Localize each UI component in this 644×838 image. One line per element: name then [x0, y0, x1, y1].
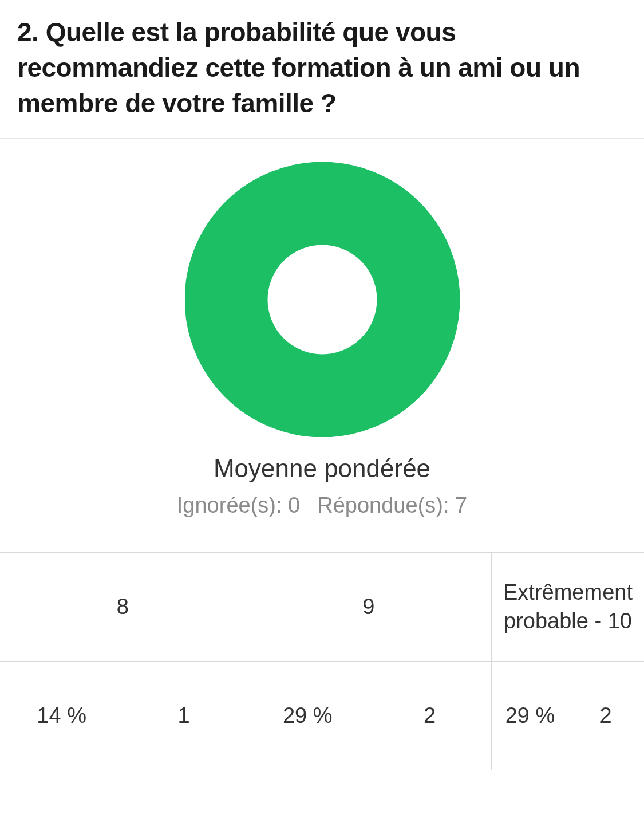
- answered-label: Répondue(s):: [317, 493, 449, 517]
- table-row: 14 % 1 29 % 2 29 % 2: [0, 662, 644, 770]
- table-header-cell: Extrêmement probable - 10: [492, 553, 644, 662]
- cell-count: 2: [369, 662, 491, 769]
- cell-percent: 29 %: [492, 662, 568, 769]
- cell-percent: 14 %: [1, 662, 123, 769]
- table-header-cell: 8: [0, 553, 246, 662]
- cell-count: 1: [123, 662, 244, 769]
- cell-percent: 29 %: [247, 662, 369, 769]
- table-cell: 29 % 2: [246, 662, 491, 770]
- chart-title: Moyenne pondérée: [214, 454, 430, 483]
- chart-area: Moyenne pondérée Ignorée(s): 0 Répondue(…: [0, 139, 644, 535]
- skipped-stat: Ignorée(s): 0: [177, 493, 300, 518]
- question-title: 2. Quelle est la probabilité que vous re…: [17, 14, 627, 121]
- skipped-value: 0: [288, 493, 300, 517]
- table-header-row: 8 9 Extrêmement probable - 10: [0, 553, 644, 662]
- question-header: 2. Quelle est la probabilité que vous re…: [0, 0, 644, 139]
- table-header-cell: 9: [246, 553, 491, 662]
- donut-slice: [226, 203, 418, 396]
- skipped-label: Ignorée(s):: [177, 493, 282, 517]
- results-table: 8 9 Extrêmement probable - 10 14 % 1 29 …: [0, 552, 644, 770]
- chart-stats: Ignorée(s): 0 Répondue(s): 7: [177, 493, 467, 518]
- table-cell: 14 % 1: [0, 662, 246, 770]
- answered-stat: Répondue(s): 7: [317, 493, 467, 518]
- donut-chart: [185, 162, 460, 437]
- cell-count: 2: [568, 662, 643, 769]
- table-cell: 29 % 2: [492, 662, 644, 770]
- answered-value: 7: [455, 493, 467, 517]
